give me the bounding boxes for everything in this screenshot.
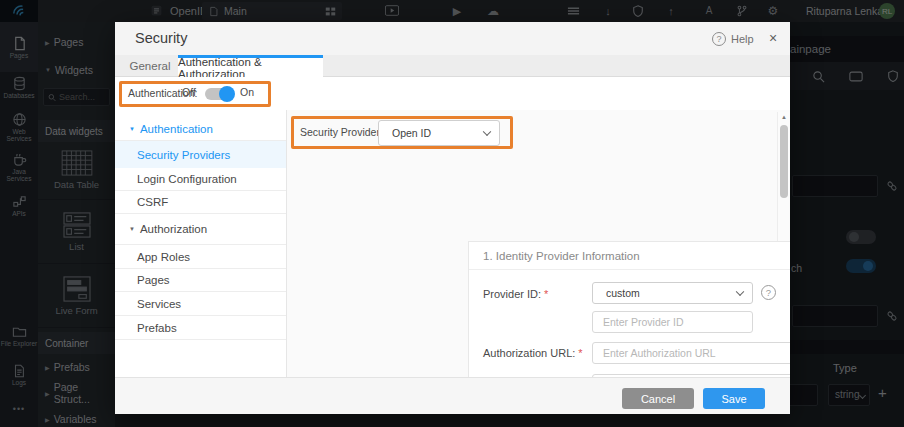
authorization-url-label: Authorization URL:* (483, 347, 583, 359)
help-icon[interactable]: ? (761, 285, 776, 300)
nav-group-authorization[interactable]: ▼ Authorization (115, 214, 286, 245)
nav-item-prefabs[interactable]: Prefabs (115, 316, 286, 340)
toggle-on-label[interactable]: On (240, 86, 254, 98)
tab-general[interactable]: General (120, 55, 180, 77)
section-title: 1. Identity Provider Information (469, 242, 790, 270)
security-dialog: Security ? Help × General Authentication… (115, 22, 790, 414)
help-button[interactable]: ? Help (712, 22, 754, 55)
help-question-icon: ? (712, 32, 726, 46)
nav-item-app-roles[interactable]: App Roles (115, 245, 286, 269)
authentication-toggle-row: Authentication: Off On (115, 77, 790, 110)
security-provider-label: Security Provider: (300, 126, 383, 138)
scrollbar-thumb[interactable] (780, 125, 788, 198)
chevron-down-icon (483, 128, 491, 136)
save-button[interactable]: Save (703, 388, 765, 409)
dialog-header: Security ? Help × (115, 22, 790, 55)
nav-item-csrf[interactable]: CSRF (115, 191, 286, 214)
nav-group-authentication[interactable]: ▼ Authentication (115, 118, 286, 141)
dialog-tabs: General Authentication & Authorization (115, 55, 790, 77)
dialog-content: Security Provider: Open ID ▲ ▼ 1. Identi… (287, 110, 790, 377)
provider-id-select[interactable]: custom (592, 282, 753, 304)
identity-provider-card: 1. Identity Provider Information Provide… (468, 241, 790, 377)
authorization-url-input[interactable] (592, 342, 790, 364)
security-provider-select[interactable]: Open ID (378, 120, 500, 146)
arrow-down-icon: ▼ (129, 226, 135, 232)
dialog-side-nav: ▼ Authentication Security Providers Logi… (115, 110, 287, 377)
provider-id-input[interactable] (592, 311, 753, 333)
provider-id-label: Provider ID:* (483, 288, 548, 300)
scroll-up-icon[interactable]: ▲ (778, 114, 790, 120)
tab-authentication-authorization[interactable]: Authentication & Authorization (178, 55, 323, 78)
nav-item-security-providers[interactable]: Security Providers (115, 141, 286, 168)
arrow-down-icon: ▼ (129, 126, 135, 132)
nav-item-login-configuration[interactable]: Login Configuration (115, 168, 286, 191)
authentication-switch[interactable] (205, 88, 233, 100)
cancel-button[interactable]: Cancel (622, 388, 694, 409)
dialog-title: Security (135, 22, 187, 55)
nav-item-pages[interactable]: Pages (115, 269, 286, 292)
toggle-off-label[interactable]: Off (182, 86, 196, 98)
screen: OpenIDAuth Main ▶ ☁ ↓ ↑ A ⚙ Rituparna Le… (0, 0, 904, 427)
dialog-footer: Cancel Save (115, 377, 790, 414)
nav-item-services[interactable]: Services (115, 292, 286, 316)
chevron-down-icon (736, 288, 744, 296)
close-icon[interactable]: × (763, 28, 783, 48)
